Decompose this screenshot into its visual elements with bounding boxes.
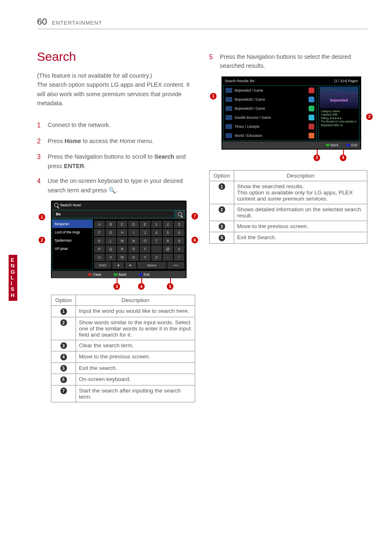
keyboard-key[interactable]: K: [94, 237, 105, 245]
table-header-description: Description: [76, 295, 195, 306]
exit-button[interactable]: Exit: [139, 272, 150, 277]
callout-3: 3: [113, 283, 120, 290]
intro-text: (This feature is not available for all c…: [37, 71, 195, 108]
back-button[interactable]: Back: [114, 272, 127, 277]
search-submit-icon[interactable]: [175, 210, 184, 218]
option-desc: Exit the Search.: [234, 232, 367, 244]
keyboard-key[interactable]: Y: [140, 254, 150, 261]
table-row: 3Clear the search term.: [51, 340, 195, 351]
keyboard-key[interactable]: ENG: [94, 262, 111, 269]
keyboard-key[interactable]: Z: [151, 254, 162, 261]
callout-3: 3: [314, 155, 320, 161]
keyboard-key[interactable]: 7: [151, 237, 162, 245]
keyboard-key[interactable]: P: [94, 245, 105, 253]
keyboard-key[interactable]: U: [94, 254, 105, 261]
back-button[interactable]: Back: [326, 143, 338, 147]
option-badge: 1: [219, 183, 225, 190]
result-label: Bejeweled / Game: [235, 88, 263, 92]
step-item: 3 Press the Navigation buttons to scroll…: [37, 152, 195, 171]
keyboard-key[interactable]: S: [128, 245, 139, 253]
step-item: 5 Press the Navigation buttons to select…: [209, 52, 367, 71]
clear-button[interactable]: Clear: [88, 272, 101, 277]
page-header: 60 ENTERTAINMENT: [37, 16, 367, 29]
keyboard-key[interactable]: X: [128, 254, 139, 261]
table-row: 4Exit the Search.: [210, 232, 367, 244]
result-app-icon: [309, 97, 314, 102]
option-desc: Show the searched results. This option i…: [234, 181, 367, 204]
keyboard-key[interactable]: 8: [163, 237, 173, 245]
keyboard-key[interactable]: Q: [106, 245, 116, 253]
table-header-option: Option: [51, 295, 76, 306]
keyboard-key[interactable]: F: [94, 229, 105, 236]
option-desc: Clear the search term.: [76, 340, 195, 351]
keyboard-key[interactable]: M: [117, 237, 128, 245]
result-label: Timex / Liststyle: [235, 125, 260, 129]
keyboard-key[interactable]: ►: [125, 262, 136, 269]
keyboard-key[interactable]: 0: [174, 245, 184, 253]
keyboard-key[interactable]: D: [128, 221, 139, 228]
option-badge: 4: [60, 354, 67, 360]
keyboard-key[interactable]: ⟵: [167, 262, 184, 269]
callout-1: 1: [39, 214, 45, 220]
keyboard-key[interactable]: N: [128, 237, 139, 245]
result-item[interactable]: Bejeweled3 / Game: [224, 104, 316, 113]
option-badge: 1: [60, 308, 67, 315]
result-label: Doodle Bounce / Game: [235, 115, 271, 120]
keyboard-key[interactable]: C: [117, 221, 128, 228]
keyboard-key[interactable]: E: [140, 221, 150, 228]
table-header-option: Option: [210, 170, 234, 181]
keyboard-key[interactable]: O: [140, 237, 150, 245]
result-item[interactable]: Bejeweled / Game: [224, 86, 316, 95]
result-item[interactable]: Doodle Bounce / Game: [224, 113, 316, 122]
keyboard-key[interactable]: 1: [151, 221, 162, 228]
keyboard-key[interactable]: .: [151, 245, 162, 253]
keyboard-key[interactable]: 4: [151, 229, 162, 236]
keyboard-key[interactable]: L: [106, 237, 116, 245]
keyboard-key[interactable]: /: [174, 254, 184, 261]
steps-list-left: 1 Connect to the network. 2 Press Home t…: [37, 120, 195, 195]
keyboard-key[interactable]: B: [106, 221, 116, 228]
suggestion-item[interactable]: UP pixar: [52, 245, 92, 253]
keyboard-key[interactable]: R: [117, 245, 128, 253]
keyboard-key[interactable]: ◄: [112, 262, 124, 269]
section-name: ENTERTAINMENT: [52, 20, 102, 26]
result-item[interactable]: Timex / Liststyle: [224, 122, 316, 131]
keyboard-key[interactable]: G: [106, 229, 116, 236]
keyboard-key[interactable]: A: [94, 221, 105, 228]
keyboard-key[interactable]: W: [117, 254, 128, 261]
keyboard-key[interactable]: Space: [137, 262, 166, 269]
result-item[interactable]: World / Education: [224, 131, 316, 140]
table-row: 2Show words similar to the input words. …: [51, 317, 195, 340]
search-input[interactable]: Be: [53, 210, 175, 218]
keyboard-key[interactable]: H: [117, 229, 128, 236]
screenshot-footer: Clear Back Exit: [52, 271, 186, 278]
suggestion-item[interactable]: Spiderman: [52, 236, 92, 245]
result-item[interactable]: Bejeweled2 / Game: [224, 95, 316, 104]
search-icon: [54, 203, 58, 207]
keyboard-key[interactable]: V: [106, 254, 116, 261]
suggestion-item[interactable]: Benjamin: [52, 220, 92, 228]
keyboard-key[interactable]: 5: [163, 229, 173, 236]
keyboard-key[interactable]: J: [140, 229, 150, 236]
option-desc: On-screen keyboard.: [76, 374, 195, 385]
keyboard-key[interactable]: 3: [174, 221, 184, 228]
step-text: Press the Navigation buttons to select t…: [220, 52, 367, 71]
callout-6: 6: [191, 237, 198, 243]
keyboard-key[interactable]: T: [140, 245, 150, 253]
keyboard-key[interactable]: 6: [174, 229, 184, 236]
exit-button[interactable]: Exit: [346, 143, 357, 147]
keyboard-key[interactable]: @: [163, 245, 173, 253]
callout-7: 7: [191, 213, 198, 219]
detail-meta: Category GameCapacity 2MBRating ★★★★★The…: [320, 108, 358, 128]
keyboard-key[interactable]: -: [163, 254, 173, 261]
suggestion-item[interactable]: Lord of the rings: [52, 228, 92, 236]
detail-meta-line: The Boosts & Coins update to Bejeweled B…: [321, 120, 357, 127]
keyboard-key[interactable]: 9: [174, 237, 184, 245]
table-row: 1Show the searched results. This option …: [210, 181, 367, 204]
option-desc: Exit the search.: [76, 362, 195, 374]
keyboard-key[interactable]: 2: [163, 221, 173, 228]
step-number: 2: [37, 136, 43, 147]
keyboard-key[interactable]: I: [128, 229, 139, 236]
step-text: Use the on-screen keyboard to type in yo…: [48, 176, 195, 195]
result-label: Bejeweled3 / Game: [235, 106, 265, 111]
